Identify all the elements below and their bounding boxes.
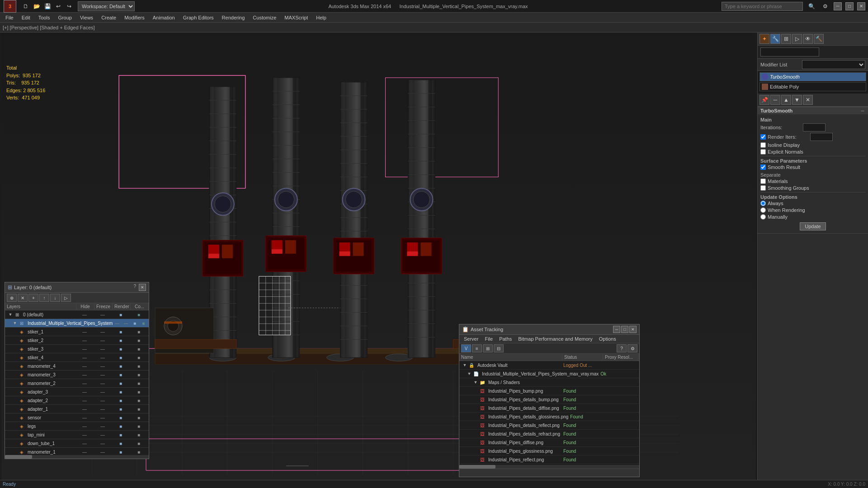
menu-group[interactable]: Group xyxy=(54,14,75,21)
asset-list-btn[interactable]: ≡ xyxy=(472,344,482,352)
asset-expand-icon[interactable]: ▼ xyxy=(462,362,467,368)
modifier-list-dropdown[interactable] xyxy=(802,60,865,69)
menu-customize[interactable]: Customize xyxy=(249,14,280,21)
asset-item[interactable]: 🖼 Industrial_Pipes_details_refract.png F… xyxy=(459,430,639,438)
layer-expand-icon[interactable]: ▼ xyxy=(8,312,13,317)
layer-item[interactable]: ◈ adapter_1 — — ■ ■ xyxy=(5,405,149,413)
layer-item[interactable]: ◈ stiker_4 — — ■ ■ xyxy=(5,353,149,362)
asset-list[interactable]: ▼ 🔒 Autodesk Vault Logged Out ... ▼ 📄 In… xyxy=(459,361,639,465)
asset-item[interactable]: 🖼 Industrial_Pipes_details_diffise.png F… xyxy=(459,404,639,413)
manually-radio[interactable] xyxy=(760,214,766,220)
menu-graph-editors[interactable]: Graph Editors xyxy=(179,14,217,21)
menu-modifiers[interactable]: Modifiers xyxy=(121,14,148,21)
isoline-checkbox[interactable] xyxy=(760,142,766,148)
asset-help-btn[interactable]: ? xyxy=(617,344,627,352)
asset-item[interactable]: ▼ 📁 Maps / Shaders xyxy=(459,378,639,387)
menu-create[interactable]: Create xyxy=(98,14,120,21)
menu-help[interactable]: Help xyxy=(312,14,330,21)
asset-expand-icon[interactable]: ▼ xyxy=(473,380,478,385)
rp-icon-utilities[interactable]: 🔨 xyxy=(814,34,824,44)
turbosmooth-title[interactable]: TurboSmooth ─ xyxy=(758,107,868,114)
modifier-turbosmooth[interactable]: TurboSmooth xyxy=(760,72,866,81)
layer-render-val[interactable]: ■ xyxy=(112,312,130,317)
rp-icon-display[interactable]: 👁 xyxy=(803,34,813,44)
asset-item[interactable]: ▼ 🔒 Autodesk Vault Logged Out ... xyxy=(459,361,639,370)
menu-file[interactable]: File xyxy=(2,14,17,21)
asset-item[interactable]: 🖼 Industrial_Pipes_diffise.png Found xyxy=(459,438,639,447)
render-iters-input[interactable]: 2 xyxy=(810,133,833,141)
asset-item[interactable]: 🖼 Industrial_Pipes_bump.png Found xyxy=(459,387,639,395)
viewport[interactable]: Total Polys: 935 172 Tris: 935 172 Edges… xyxy=(0,33,757,486)
search-input[interactable] xyxy=(722,2,803,11)
layer-item[interactable]: ◈ manometer_2 — — ■ ■ xyxy=(5,379,149,388)
layer-item[interactable]: ◈ stiker_1 — — ■ ■ xyxy=(5,328,149,336)
layer-freeze-val[interactable]: — xyxy=(122,321,130,326)
layer-panel-header[interactable]: ⊞ Layer: 0 (default) ? ✕ xyxy=(5,282,149,293)
asset-expand-icon[interactable]: ▼ xyxy=(467,371,472,376)
layer-item[interactable]: ◈ manometer_1 — — ■ ■ xyxy=(5,448,149,455)
layer-panel-close[interactable]: ✕ xyxy=(139,284,146,291)
asset-menu-bitmap[interactable]: Bitmap Performance and Memory xyxy=(515,336,595,342)
layer-expand-icon[interactable]: ▼ xyxy=(12,320,18,326)
explicit-normals-checkbox[interactable] xyxy=(760,149,766,155)
rp-icon-modify[interactable]: 🔧 xyxy=(770,34,780,44)
asset-minimize-btn[interactable]: ─ xyxy=(613,326,620,333)
layer-scrollbar[interactable] xyxy=(5,455,149,459)
layer-color-val[interactable]: ■ xyxy=(130,312,148,317)
asset-item[interactable]: 🖼 Industrial_Pipes_details_glossiness.pn… xyxy=(459,413,639,421)
layer-hide-val[interactable]: — xyxy=(75,312,94,317)
layer-item[interactable]: ◈ tap_mini — — ■ ■ xyxy=(5,431,149,439)
render-iters-checkbox[interactable] xyxy=(760,134,766,140)
asset-scrollbar[interactable] xyxy=(459,465,639,469)
rp-icon-hierarchy[interactable]: ⊞ xyxy=(781,34,791,44)
layer-new-btn[interactable]: ⊕ xyxy=(7,294,17,302)
layer-render-val[interactable]: ■ xyxy=(112,329,130,334)
layer-item[interactable]: ▼ ⊞ 0 (default) — — ■ ■ xyxy=(5,310,149,319)
asset-menu-paths[interactable]: Paths xyxy=(496,336,514,342)
asset-scrollbar-thumb[interactable] xyxy=(459,465,495,469)
layer-item[interactable]: ◈ manometer_4 — — ■ ■ xyxy=(5,362,149,371)
layer-item[interactable]: ◈ legs — — ■ ■ xyxy=(5,422,149,431)
mod-pin-btn[interactable]: 📌 xyxy=(760,95,769,105)
layer-hide-val[interactable]: — xyxy=(113,321,121,326)
asset-menu-file[interactable]: File xyxy=(482,336,495,342)
asset-item[interactable]: 🖼 Industrial_Pipes_glossiness.png Found xyxy=(459,447,639,455)
rp-icon-create[interactable]: ✦ xyxy=(760,34,769,44)
menu-maxscript[interactable]: MAXScript xyxy=(281,14,311,21)
asset-menu-server[interactable]: Server xyxy=(461,336,481,342)
smoothing-groups-checkbox[interactable] xyxy=(760,185,766,191)
layer-item[interactable]: ▼ ⊠ Industrial_Multiple_Vertical_Pipes_S… xyxy=(5,319,149,328)
layer-item[interactable]: ◈ down_tube_1 — — ■ ■ xyxy=(5,439,149,448)
menu-rendering[interactable]: Rendering xyxy=(218,14,249,21)
always-radio[interactable] xyxy=(760,201,766,206)
close-btn[interactable]: ✕ xyxy=(857,2,865,10)
asset-maximize-btn[interactable]: □ xyxy=(621,326,628,333)
layer-item[interactable]: ◈ sensor — — ■ ■ xyxy=(5,413,149,422)
layer-select-btn[interactable]: ↑ xyxy=(39,294,49,302)
asset-menu-options[interactable]: Options xyxy=(596,336,619,342)
layer-item[interactable]: ◈ stiker_2 — — ■ ■ xyxy=(5,336,149,345)
rp-icon-motion[interactable]: ▷ xyxy=(792,34,802,44)
modifier-editable-poly[interactable]: Editable Poly xyxy=(760,82,866,91)
undo-btn[interactable]: ↩ xyxy=(53,1,63,11)
layer-freeze-val[interactable]: — xyxy=(94,329,112,334)
mod-delete-btn[interactable]: ✕ xyxy=(803,95,813,105)
asset-item[interactable]: ▼ 📄 Industrial_Multiple_Vertical_Pipes_S… xyxy=(459,370,639,378)
open-btn[interactable]: 📂 xyxy=(32,1,42,11)
asset-item[interactable]: 🖼 Industrial_Pipes_details_bump.png Foun… xyxy=(459,395,639,404)
asset-item[interactable]: 🖼 Industrial_Pipes_details_reflect.png F… xyxy=(459,421,639,430)
maximize-btn[interactable]: □ xyxy=(845,2,854,10)
menu-edit[interactable]: Edit xyxy=(18,14,34,21)
layer-list[interactable]: ▼ ⊞ 0 (default) — — ■ ■ ▼ ⊠ Industrial_M… xyxy=(5,310,149,455)
layer-render-val[interactable]: ■ xyxy=(130,321,139,326)
minimize-btn[interactable]: ─ xyxy=(834,2,842,10)
save-btn[interactable]: 💾 xyxy=(42,1,52,11)
layer-panel-help[interactable]: ? xyxy=(132,284,138,291)
asset-grid-btn[interactable]: ⊞ xyxy=(483,344,493,352)
asset-vault-btn[interactable]: V xyxy=(461,344,471,352)
smooth-result-checkbox[interactable] xyxy=(760,164,766,170)
update-btn[interactable]: Update xyxy=(800,222,826,230)
search-icon[interactable]: 🔍 xyxy=(807,1,816,11)
layer-delete-btn[interactable]: ✕ xyxy=(18,294,28,302)
new-btn[interactable]: 🗋 xyxy=(21,1,31,11)
